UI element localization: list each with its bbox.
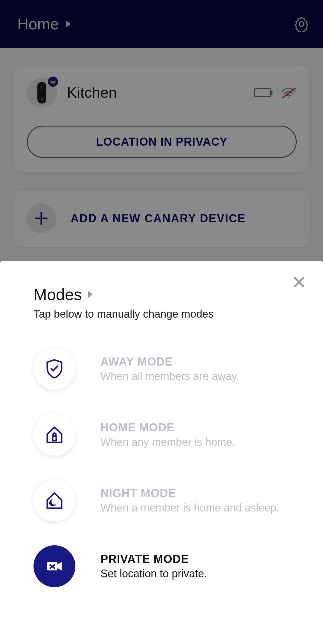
sheet-title: Modes <box>33 285 82 304</box>
mode-text: PRIVATE MODE Set location to private. <box>100 553 207 580</box>
sheet-header: Modes Tap below to manually change modes <box>0 278 323 320</box>
mode-text: AWAY MODE When all members are away. <box>100 355 239 383</box>
mode-home[interactable]: HOME MODE When any member is home. <box>33 414 323 456</box>
mode-label: AWAY MODE <box>100 355 239 368</box>
sheet-subtitle: Tap below to manually change modes <box>33 308 323 320</box>
mode-desc: When all members are away. <box>100 370 239 383</box>
caret-right-icon <box>88 291 93 298</box>
mode-label: NIGHT MODE <box>100 487 279 500</box>
mode-away[interactable]: AWAY MODE When all members are away. <box>33 348 323 390</box>
mode-text: HOME MODE When any member is home. <box>100 421 235 448</box>
sheet-title-row[interactable]: Modes <box>33 285 323 304</box>
close-button[interactable] <box>292 275 306 289</box>
mode-night[interactable]: NIGHT MODE When a member is home and asl… <box>33 479 323 521</box>
modes-sheet: Modes Tap below to manually change modes… <box>0 261 323 644</box>
mode-desc: When any member is home. <box>100 436 235 448</box>
shield-check-icon <box>33 348 75 390</box>
mode-label: HOME MODE <box>100 421 235 434</box>
mode-desc: When a member is home and asleep. <box>100 502 279 514</box>
home-person-icon <box>33 414 75 456</box>
close-icon <box>292 275 306 289</box>
mode-text: NIGHT MODE When a member is home and asl… <box>100 487 279 514</box>
mode-label: PRIVATE MODE <box>100 553 207 566</box>
svg-rect-8 <box>53 436 56 441</box>
mode-desc: Set location to private. <box>100 567 207 580</box>
camera-off-icon <box>33 545 75 587</box>
mode-private[interactable]: PRIVATE MODE Set location to private. <box>33 545 323 587</box>
home-moon-icon <box>33 479 75 521</box>
modes-list: AWAY MODE When all members are away. HOM… <box>0 348 323 587</box>
